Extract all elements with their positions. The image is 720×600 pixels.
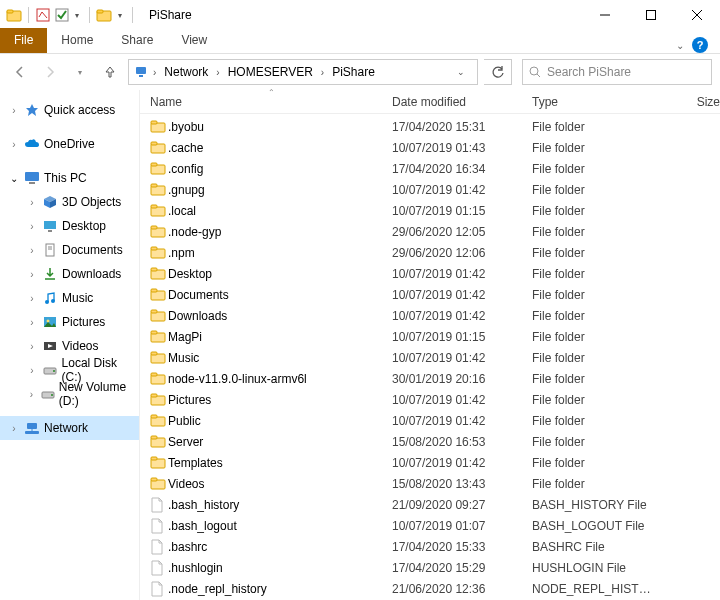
nav-videos[interactable]: ›Videos <box>0 334 139 358</box>
minimize-button[interactable] <box>582 0 628 30</box>
file-icon <box>150 539 168 555</box>
address-dropdown-icon[interactable]: ⌄ <box>449 60 473 84</box>
list-item[interactable]: MagPi10/07/2019 01:15File folder <box>140 326 720 347</box>
chevron-right-icon[interactable]: › <box>319 67 326 78</box>
list-item[interactable]: .bash_history21/09/2020 09:27BASH_HISTOR… <box>140 494 720 515</box>
file-type: File folder <box>532 162 660 176</box>
list-item[interactable]: Pictures10/07/2019 01:42File folder <box>140 389 720 410</box>
navigation-pane: › Quick access › OneDrive ⌄ This PC ›3D … <box>0 90 140 600</box>
list-item[interactable]: Documents10/07/2019 01:42File folder <box>140 284 720 305</box>
nav-quick-access[interactable]: › Quick access <box>0 98 139 122</box>
nav-music[interactable]: ›Music <box>0 286 139 310</box>
maximize-button[interactable] <box>628 0 674 30</box>
qat-more-icon[interactable]: ▾ <box>71 11 83 20</box>
svg-rect-54 <box>151 268 157 271</box>
qat-checkbox-icon[interactable] <box>55 8 69 22</box>
tab-share[interactable]: Share <box>107 28 167 53</box>
network-icon <box>133 64 149 80</box>
file-name: .config <box>168 162 392 176</box>
title-menu-icon[interactable]: ▾ <box>114 11 126 20</box>
file-name: .bashrc <box>168 540 392 554</box>
chevron-right-icon[interactable]: › <box>214 67 221 78</box>
nav-pictures[interactable]: ›Pictures <box>0 310 139 334</box>
chevron-right-icon[interactable]: › <box>8 423 20 434</box>
nav-up-button[interactable] <box>98 60 122 84</box>
svg-rect-60 <box>151 331 157 334</box>
nav-label: 3D Objects <box>62 195 121 209</box>
qat-properties-icon[interactable] <box>35 7 51 23</box>
file-type: BASH_HISTORY File <box>532 498 660 512</box>
nav-forward-button[interactable] <box>38 60 62 84</box>
svg-rect-70 <box>151 436 157 439</box>
list-item[interactable]: .hushlogin17/04/2020 15:29HUSHLOGIN File <box>140 557 720 578</box>
file-date: 17/04/2020 15:29 <box>392 561 532 575</box>
close-button[interactable] <box>674 0 720 30</box>
list-item[interactable]: Videos15/08/2020 13:43File folder <box>140 473 720 494</box>
list-item[interactable]: .gnupg10/07/2019 01:42File folder <box>140 179 720 200</box>
chevron-right-icon[interactable]: › <box>8 139 20 150</box>
breadcrumb[interactable]: Network <box>160 63 212 81</box>
list-item[interactable]: Public10/07/2019 01:42File folder <box>140 410 720 431</box>
nav-label: Documents <box>62 243 123 257</box>
file-date: 30/01/2019 20:16 <box>392 372 532 386</box>
drive-icon <box>42 362 58 378</box>
list-item[interactable]: Server15/08/2020 16:53File folder <box>140 431 720 452</box>
nav-3d-objects[interactable]: ›3D Objects <box>0 190 139 214</box>
list-item[interactable]: .npm29/06/2020 12:06File folder <box>140 242 720 263</box>
nav-documents[interactable]: ›Documents <box>0 238 139 262</box>
quick-access-toolbar: ▾ ▾ <box>6 7 137 23</box>
folder-icon <box>150 371 168 387</box>
nav-network[interactable]: › Network <box>0 416 139 440</box>
svg-rect-22 <box>46 244 54 256</box>
list-item[interactable]: Templates10/07/2019 01:42File folder <box>140 452 720 473</box>
list-item[interactable]: Music10/07/2019 01:42File folder <box>140 347 720 368</box>
ribbon-toggle-icon[interactable]: ⌄ <box>676 40 684 51</box>
file-list[interactable]: .byobu17/04/2020 15:31File folder.cache1… <box>140 114 720 600</box>
nav-local-disk[interactable]: ›Local Disk (C:) <box>0 358 139 382</box>
list-item[interactable]: .node_repl_history21/06/2020 12:36NODE_R… <box>140 578 720 599</box>
list-item[interactable]: .node-gyp29/06/2020 12:05File folder <box>140 221 720 242</box>
search-input[interactable]: Search PiShare <box>522 59 712 85</box>
nav-recent-icon[interactable]: ▾ <box>68 60 92 84</box>
nav-onedrive[interactable]: › OneDrive <box>0 132 139 156</box>
nav-new-volume[interactable]: ›New Volume (D:) <box>0 382 139 406</box>
svg-rect-11 <box>139 75 143 77</box>
list-item[interactable]: node-v11.9.0-linux-armv6l30/01/2019 20:1… <box>140 368 720 389</box>
svg-point-26 <box>45 300 49 304</box>
chevron-right-icon[interactable]: › <box>8 105 20 116</box>
list-item[interactable]: Desktop10/07/2019 01:42File folder <box>140 263 720 284</box>
nav-label: OneDrive <box>44 137 95 151</box>
nav-desktop[interactable]: ›Desktop <box>0 214 139 238</box>
list-item[interactable]: Downloads10/07/2019 01:42File folder <box>140 305 720 326</box>
address-bar[interactable]: › Network › HOMESERVER › PiShare ⌄ <box>128 59 478 85</box>
list-item[interactable]: .byobu17/04/2020 15:31File folder <box>140 116 720 137</box>
list-item[interactable]: .cache10/07/2019 01:43File folder <box>140 137 720 158</box>
column-type[interactable]: Type <box>532 95 660 109</box>
column-size[interactable]: Size <box>660 95 720 109</box>
breadcrumb[interactable]: PiShare <box>328 63 379 81</box>
nav-downloads[interactable]: ›Downloads <box>0 262 139 286</box>
nav-this-pc[interactable]: ⌄ This PC <box>0 166 139 190</box>
file-icon <box>150 518 168 534</box>
list-item[interactable]: .local10/07/2019 01:15File folder <box>140 200 720 221</box>
folder-icon <box>150 224 168 240</box>
svg-rect-7 <box>647 11 656 20</box>
nav-label: Music <box>62 291 93 305</box>
folder-icon <box>150 350 168 366</box>
nav-back-button[interactable] <box>8 60 32 84</box>
tab-view[interactable]: View <box>167 28 221 53</box>
column-name[interactable]: ⌃Name <box>150 95 392 109</box>
breadcrumb[interactable]: HOMESERVER <box>224 63 317 81</box>
list-item[interactable]: .config17/04/2020 16:34File folder <box>140 158 720 179</box>
tab-file[interactable]: File <box>0 28 47 53</box>
chevron-down-icon[interactable]: ⌄ <box>8 173 20 184</box>
file-date: 10/07/2019 01:43 <box>392 141 532 155</box>
refresh-button[interactable] <box>484 59 512 85</box>
help-icon[interactable]: ? <box>692 37 708 53</box>
list-item[interactable]: .bash_logout10/07/2019 01:07BASH_LOGOUT … <box>140 515 720 536</box>
tab-home[interactable]: Home <box>47 28 107 53</box>
chevron-right-icon[interactable]: › <box>151 67 158 78</box>
file-type: File folder <box>532 414 660 428</box>
list-item[interactable]: .bashrc17/04/2020 15:33BASHRC File <box>140 536 720 557</box>
column-date[interactable]: Date modified <box>392 95 532 109</box>
